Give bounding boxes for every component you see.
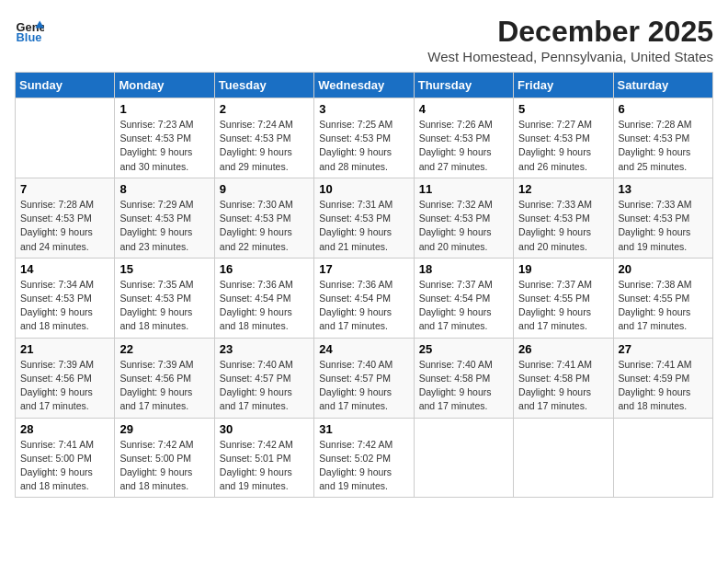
calendar-cell bbox=[613, 418, 712, 498]
day-number: 21 bbox=[20, 342, 109, 356]
calendar-cell: 28Sunrise: 7:41 AMSunset: 5:00 PMDayligh… bbox=[16, 418, 115, 498]
day-info: Sunrise: 7:28 AMSunset: 4:53 PMDaylight:… bbox=[619, 118, 708, 174]
day-number: 15 bbox=[119, 262, 209, 276]
page-header: General Blue December 2025 West Homestea… bbox=[15, 15, 713, 64]
day-number: 11 bbox=[419, 182, 508, 196]
header-sunday: Sunday bbox=[16, 73, 115, 98]
day-info: Sunrise: 7:37 AMSunset: 4:54 PMDaylight:… bbox=[419, 278, 508, 334]
calendar-cell: 21Sunrise: 7:39 AMSunset: 4:56 PMDayligh… bbox=[16, 338, 115, 418]
day-info: Sunrise: 7:36 AMSunset: 4:54 PMDaylight:… bbox=[220, 278, 309, 334]
day-info: Sunrise: 7:26 AMSunset: 4:53 PMDaylight:… bbox=[419, 118, 508, 174]
calendar-cell: 7Sunrise: 7:28 AMSunset: 4:53 PMDaylight… bbox=[16, 178, 115, 258]
calendar-cell: 26Sunrise: 7:41 AMSunset: 4:58 PMDayligh… bbox=[514, 338, 613, 418]
day-info: Sunrise: 7:33 AMSunset: 4:53 PMDaylight:… bbox=[619, 198, 708, 254]
day-number: 2 bbox=[220, 102, 309, 116]
logo: General Blue bbox=[15, 15, 44, 44]
day-number: 13 bbox=[619, 182, 708, 196]
day-info: Sunrise: 7:40 AMSunset: 4:57 PMDaylight:… bbox=[220, 358, 309, 414]
calendar-cell: 16Sunrise: 7:36 AMSunset: 4:54 PMDayligh… bbox=[214, 258, 313, 338]
day-info: Sunrise: 7:40 AMSunset: 4:58 PMDaylight:… bbox=[419, 358, 508, 414]
day-number: 31 bbox=[319, 422, 408, 436]
header-saturday: Saturday bbox=[613, 73, 712, 98]
day-info: Sunrise: 7:39 AMSunset: 4:56 PMDaylight:… bbox=[20, 358, 109, 414]
day-info: Sunrise: 7:37 AMSunset: 4:55 PMDaylight:… bbox=[518, 278, 608, 334]
calendar-cell: 11Sunrise: 7:32 AMSunset: 4:53 PMDayligh… bbox=[414, 178, 513, 258]
day-number: 28 bbox=[20, 422, 109, 436]
calendar-cell: 22Sunrise: 7:39 AMSunset: 4:56 PMDayligh… bbox=[115, 338, 214, 418]
day-info: Sunrise: 7:41 AMSunset: 5:00 PMDaylight:… bbox=[20, 438, 109, 494]
day-number: 19 bbox=[518, 262, 608, 276]
day-info: Sunrise: 7:35 AMSunset: 4:53 PMDaylight:… bbox=[119, 278, 209, 334]
day-number: 18 bbox=[419, 262, 508, 276]
header-thursday: Thursday bbox=[414, 73, 513, 98]
calendar-week-4: 21Sunrise: 7:39 AMSunset: 4:56 PMDayligh… bbox=[16, 338, 713, 418]
day-number: 12 bbox=[518, 182, 608, 196]
calendar-cell: 3Sunrise: 7:25 AMSunset: 4:53 PMDaylight… bbox=[314, 98, 414, 178]
calendar-cell: 9Sunrise: 7:30 AMSunset: 4:53 PMDaylight… bbox=[214, 178, 313, 258]
calendar-week-2: 7Sunrise: 7:28 AMSunset: 4:53 PMDaylight… bbox=[16, 178, 713, 258]
day-number: 22 bbox=[119, 342, 209, 356]
calendar-week-3: 14Sunrise: 7:34 AMSunset: 4:53 PMDayligh… bbox=[16, 258, 713, 338]
day-info: Sunrise: 7:28 AMSunset: 4:53 PMDaylight:… bbox=[20, 198, 109, 254]
day-info: Sunrise: 7:31 AMSunset: 4:53 PMDaylight:… bbox=[319, 198, 408, 254]
calendar-cell: 24Sunrise: 7:40 AMSunset: 4:57 PMDayligh… bbox=[314, 338, 414, 418]
day-number: 8 bbox=[119, 182, 209, 196]
calendar-cell: 30Sunrise: 7:42 AMSunset: 5:01 PMDayligh… bbox=[214, 418, 313, 498]
day-info: Sunrise: 7:34 AMSunset: 4:53 PMDaylight:… bbox=[20, 278, 109, 334]
day-info: Sunrise: 7:29 AMSunset: 4:53 PMDaylight:… bbox=[119, 198, 209, 254]
day-info: Sunrise: 7:36 AMSunset: 4:54 PMDaylight:… bbox=[319, 278, 408, 334]
calendar-cell: 10Sunrise: 7:31 AMSunset: 4:53 PMDayligh… bbox=[314, 178, 414, 258]
day-info: Sunrise: 7:40 AMSunset: 4:57 PMDaylight:… bbox=[319, 358, 408, 414]
day-info: Sunrise: 7:24 AMSunset: 4:53 PMDaylight:… bbox=[220, 118, 309, 174]
day-number: 3 bbox=[319, 102, 408, 116]
calendar-cell: 20Sunrise: 7:38 AMSunset: 4:55 PMDayligh… bbox=[613, 258, 712, 338]
day-number: 30 bbox=[220, 422, 309, 436]
day-number: 16 bbox=[220, 262, 309, 276]
day-number: 14 bbox=[20, 262, 109, 276]
day-number: 6 bbox=[619, 102, 708, 116]
calendar-cell: 12Sunrise: 7:33 AMSunset: 4:53 PMDayligh… bbox=[514, 178, 613, 258]
day-info: Sunrise: 7:42 AMSunset: 5:02 PMDaylight:… bbox=[319, 438, 408, 494]
calendar-cell: 23Sunrise: 7:40 AMSunset: 4:57 PMDayligh… bbox=[214, 338, 313, 418]
calendar-cell: 18Sunrise: 7:37 AMSunset: 4:54 PMDayligh… bbox=[414, 258, 513, 338]
day-number: 26 bbox=[518, 342, 608, 356]
day-info: Sunrise: 7:27 AMSunset: 4:53 PMDaylight:… bbox=[518, 118, 608, 174]
day-number: 27 bbox=[619, 342, 708, 356]
calendar-table: SundayMondayTuesdayWednesdayThursdayFrid… bbox=[15, 72, 713, 498]
calendar-cell: 4Sunrise: 7:26 AMSunset: 4:53 PMDaylight… bbox=[414, 98, 513, 178]
calendar-week-1: 1Sunrise: 7:23 AMSunset: 4:53 PMDaylight… bbox=[16, 98, 713, 178]
day-info: Sunrise: 7:41 AMSunset: 4:59 PMDaylight:… bbox=[619, 358, 708, 414]
calendar-cell: 27Sunrise: 7:41 AMSunset: 4:59 PMDayligh… bbox=[613, 338, 712, 418]
header-wednesday: Wednesday bbox=[314, 73, 414, 98]
day-number: 23 bbox=[220, 342, 309, 356]
logo-icon: General Blue bbox=[15, 15, 44, 44]
header-tuesday: Tuesday bbox=[214, 73, 313, 98]
calendar-cell: 25Sunrise: 7:40 AMSunset: 4:58 PMDayligh… bbox=[414, 338, 513, 418]
calendar-cell bbox=[16, 98, 115, 178]
day-number: 4 bbox=[419, 102, 508, 116]
day-info: Sunrise: 7:38 AMSunset: 4:55 PMDaylight:… bbox=[619, 278, 708, 334]
calendar-cell: 8Sunrise: 7:29 AMSunset: 4:53 PMDaylight… bbox=[115, 178, 214, 258]
day-number: 5 bbox=[518, 102, 608, 116]
location-title: West Homestead, Pennsylvania, United Sta… bbox=[427, 49, 713, 64]
day-number: 1 bbox=[119, 102, 209, 116]
calendar-cell: 14Sunrise: 7:34 AMSunset: 4:53 PMDayligh… bbox=[16, 258, 115, 338]
day-info: Sunrise: 7:41 AMSunset: 4:58 PMDaylight:… bbox=[518, 358, 608, 414]
day-info: Sunrise: 7:32 AMSunset: 4:53 PMDaylight:… bbox=[419, 198, 508, 254]
calendar-cell: 29Sunrise: 7:42 AMSunset: 5:00 PMDayligh… bbox=[115, 418, 214, 498]
calendar-cell bbox=[414, 418, 513, 498]
day-info: Sunrise: 7:25 AMSunset: 4:53 PMDaylight:… bbox=[319, 118, 408, 174]
calendar-cell: 31Sunrise: 7:42 AMSunset: 5:02 PMDayligh… bbox=[314, 418, 414, 498]
day-number: 9 bbox=[220, 182, 309, 196]
day-info: Sunrise: 7:30 AMSunset: 4:53 PMDaylight:… bbox=[220, 198, 309, 254]
title-area: December 2025 West Homestead, Pennsylvan… bbox=[427, 15, 713, 64]
day-number: 24 bbox=[319, 342, 408, 356]
day-number: 17 bbox=[319, 262, 408, 276]
day-info: Sunrise: 7:23 AMSunset: 4:53 PMDaylight:… bbox=[119, 118, 209, 174]
day-number: 29 bbox=[119, 422, 209, 436]
day-info: Sunrise: 7:33 AMSunset: 4:53 PMDaylight:… bbox=[518, 198, 608, 254]
header-monday: Monday bbox=[115, 73, 214, 98]
day-info: Sunrise: 7:42 AMSunset: 5:00 PMDaylight:… bbox=[119, 438, 209, 494]
calendar-cell: 1Sunrise: 7:23 AMSunset: 4:53 PMDaylight… bbox=[115, 98, 214, 178]
day-number: 7 bbox=[20, 182, 109, 196]
